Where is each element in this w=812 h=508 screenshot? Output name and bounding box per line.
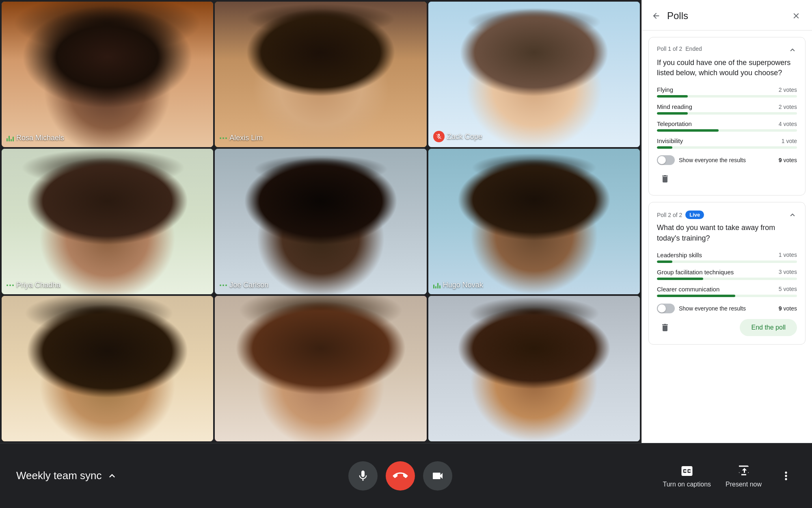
- poll-1-toggle[interactable]: [657, 155, 675, 165]
- poll-2-number: Poll 2 of 2: [657, 212, 682, 218]
- participant-label-5: Joe Carlson: [220, 281, 268, 289]
- poll-1-option-3-label: Teleportation: [657, 120, 692, 127]
- poll-2-option-3-bar: [657, 295, 735, 297]
- more-options-button[interactable]: [776, 466, 796, 486]
- poll-1-option-1-bar: [657, 95, 688, 98]
- close-button[interactable]: [788, 8, 804, 24]
- poll-1-meta: Poll 1 of 2 Ended: [657, 46, 702, 52]
- poll-1-option-4: Invisibility 1 vote: [657, 137, 797, 149]
- back-button[interactable]: [648, 8, 664, 24]
- poll-1-header: Poll 1 of 2 Ended: [657, 46, 797, 54]
- present-icon: [736, 464, 751, 478]
- participant-video-5: Joe Carlson: [215, 149, 426, 294]
- poll-1-option-4-bar: [657, 146, 672, 149]
- poll-1-total-votes: 9 votes: [779, 157, 797, 163]
- audio-indicator-6: [433, 282, 441, 289]
- participant-video-1: Rosa Michaels: [2, 2, 213, 147]
- participant-name-6: Hugo Novak: [443, 281, 483, 289]
- poll-1-option-1: Flying 2 votes: [657, 86, 797, 98]
- poll-2-option-2-label: Group facilitation techniques: [657, 269, 734, 276]
- participant-label-3: Zack Cope: [433, 131, 482, 142]
- panel-title: Polls: [667, 10, 788, 22]
- poll-2-meta: Poll 2 of 2 Live: [657, 211, 704, 219]
- dots-indicator-4: [6, 284, 14, 286]
- poll-1-question: If you could have one of the superpowers…: [657, 58, 797, 78]
- poll-1-status: Ended: [685, 46, 702, 52]
- poll-1-option-3-votes: 4 votes: [779, 121, 797, 127]
- participant-label-4: Priya Chadha: [6, 281, 60, 289]
- participant-video-9: [428, 296, 640, 441]
- toolbar-right: Turn on captions Present now: [663, 464, 796, 488]
- poll-1-option-2-bar: [657, 112, 688, 115]
- participant-name-5: Joe Carlson: [229, 281, 268, 289]
- poll-2-header: Poll 2 of 2 Live: [657, 211, 797, 219]
- poll-1-option-3: Teleportation 4 votes: [657, 120, 797, 132]
- poll-1-option-2-label: Mind reading: [657, 103, 692, 110]
- poll-card-2: Poll 2 of 2 Live What do you want to tak…: [648, 202, 806, 344]
- participant-video-7: [2, 296, 213, 441]
- poll-2-status: Live: [685, 211, 704, 219]
- participant-video-2: Alexis Lim: [215, 2, 426, 147]
- poll-1-collapse-button[interactable]: [788, 46, 797, 54]
- meeting-chevron-icon[interactable]: [106, 470, 118, 482]
- poll-2-option-3: Clearer communication 5 votes: [657, 286, 797, 297]
- camera-button[interactable]: [423, 461, 452, 491]
- poll-1-delete-button[interactable]: [657, 171, 673, 187]
- participant-video-4: Priya Chadha: [2, 149, 213, 294]
- microphone-button[interactable]: [348, 461, 378, 491]
- poll-2-option-1-bar: [657, 261, 672, 263]
- participant-video-6: Hugo Novak: [428, 149, 640, 294]
- poll-2-option-3-label: Clearer communication: [657, 286, 719, 293]
- participant-name-4: Priya Chadha: [16, 281, 60, 289]
- participant-name-3: Zack Cope: [447, 132, 482, 141]
- poll-2-question: What do you want to take away from today…: [657, 223, 797, 243]
- poll-2-total-votes: 9 votes: [779, 305, 797, 312]
- poll-2-option-1-label: Leadership skills: [657, 252, 702, 258]
- poll-1-option-2-votes: 2 votes: [779, 104, 797, 110]
- video-grid: Rosa Michaels Alexis Lim: [0, 0, 641, 443]
- participant-label-2: Alexis Lim: [220, 134, 263, 142]
- toolbar-left: Weekly team sync: [16, 469, 138, 482]
- participant-label-6: Hugo Novak: [433, 281, 483, 289]
- poll-1-option-2: Mind reading 2 votes: [657, 103, 797, 115]
- end-poll-button[interactable]: End the poll: [740, 319, 797, 336]
- participant-video-3: Zack Cope: [428, 2, 640, 147]
- poll-1-option-1-label: Flying: [657, 86, 673, 93]
- poll-2-actions: End the poll: [657, 319, 797, 336]
- captions-label: Turn on captions: [663, 481, 711, 488]
- toolbar-center: [348, 461, 452, 491]
- poll-1-footer: Show everyone the results 9 votes: [657, 155, 797, 165]
- captions-action[interactable]: Turn on captions: [663, 464, 711, 488]
- present-label: Present now: [726, 481, 762, 488]
- poll-2-show-results[interactable]: Show everyone the results: [657, 304, 746, 313]
- poll-2-option-1: Leadership skills 1 votes: [657, 252, 797, 263]
- poll-1-option-4-label: Invisibility: [657, 137, 683, 144]
- polls-content: Poll 1 of 2 Ended If you could have one …: [642, 30, 812, 443]
- dots-indicator-2: [220, 137, 227, 139]
- poll-2-collapse-button[interactable]: [788, 211, 797, 219]
- end-call-button[interactable]: [386, 461, 415, 491]
- poll-1-actions: [657, 171, 797, 187]
- toolbar: Weekly team sync: [0, 443, 812, 508]
- poll-2-delete-button[interactable]: [657, 319, 673, 336]
- poll-2-footer: Show everyone the results 9 votes: [657, 304, 797, 313]
- poll-2-option-2: Group facilitation techniques 3 votes: [657, 269, 797, 280]
- captions-icon: [680, 464, 694, 478]
- poll-1-show-results[interactable]: Show everyone the results: [657, 155, 746, 165]
- muted-icon-3: [433, 131, 445, 142]
- poll-2-option-2-bar: [657, 278, 703, 280]
- poll-2-option-3-votes: 5 votes: [779, 286, 797, 292]
- poll-2-option-1-votes: 1 votes: [779, 252, 797, 258]
- participant-name-2: Alexis Lim: [229, 134, 263, 142]
- poll-2-option-2-votes: 3 votes: [779, 269, 797, 275]
- panel-header: Polls: [642, 0, 812, 30]
- poll-1-number: Poll 1 of 2: [657, 46, 682, 52]
- poll-1-option-4-votes: 1 vote: [782, 138, 797, 144]
- present-action[interactable]: Present now: [726, 464, 762, 488]
- polls-panel: Polls Poll 1 of 2 Ended: [641, 0, 812, 443]
- poll-card-1: Poll 1 of 2 Ended If you could have one …: [648, 37, 806, 195]
- poll-2-toggle[interactable]: [657, 304, 675, 313]
- participant-video-8: [215, 296, 426, 441]
- meeting-title: Weekly team sync: [16, 469, 102, 482]
- poll-1-option-1-votes: 2 votes: [779, 87, 797, 93]
